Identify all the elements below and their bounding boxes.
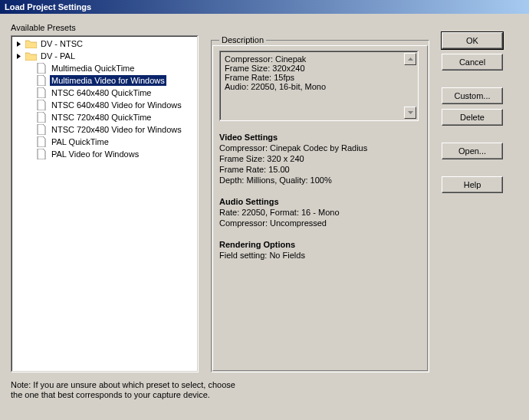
- tree-item[interactable]: PAL QuickTime: [12, 136, 198, 148]
- tree-item[interactable]: NTSC 720x480 QuickTime: [12, 111, 198, 123]
- help-button[interactable]: Help: [442, 176, 503, 193]
- detail-line: Frame Size: 320 x 240: [219, 153, 419, 164]
- detail-line: Depth: Millions, Quality: 100%: [219, 175, 419, 185]
- scroll-up-icon[interactable]: [404, 53, 416, 65]
- detail-line: Frame Rate: 15.00: [219, 164, 419, 175]
- window-title: Load Project Settings: [5, 2, 91, 11]
- expand-icon[interactable]: [15, 52, 23, 61]
- svg-marker-1: [17, 54, 21, 59]
- custom-button[interactable]: Custom...: [442, 87, 503, 104]
- scroll-down-icon[interactable]: [404, 107, 416, 119]
- tree-label: Multimedia Video for Windows: [50, 75, 166, 86]
- tree-item[interactable]: NTSC 640x480 QuickTime: [12, 87, 198, 99]
- detail-line: Rate: 22050, Format: 16 - Mono: [219, 207, 419, 218]
- tree-item[interactable]: PAL Video for Windows: [12, 148, 198, 160]
- preset-tree[interactable]: DV - NTSC DV - PAL Multimedia QuickTime: [11, 35, 199, 372]
- tree-item[interactable]: NTSC 640x480 Video for Windows: [12, 99, 198, 111]
- audio-settings-heading: Audio Settings: [219, 197, 279, 206]
- detail-line: Compressor: Cinepak Codec by Radius: [219, 143, 419, 153]
- file-icon: [35, 124, 48, 135]
- available-presets-label: Available Presets: [11, 23, 518, 32]
- note-line: the one that best corresponds to your ca…: [11, 390, 518, 400]
- file-icon: [35, 63, 48, 74]
- tree-label: PAL Video for Windows: [50, 149, 140, 159]
- summary-line: Frame Size: 320x240: [225, 64, 413, 73]
- summary-line: Frame Rate: 15fps: [225, 73, 413, 82]
- tree-label: NTSC 640x480 Video for Windows: [50, 100, 183, 110]
- tree-label: PAL QuickTime: [50, 136, 110, 147]
- tree-label: DV - NTSC: [39, 38, 84, 49]
- ok-button[interactable]: OK: [442, 32, 503, 49]
- tree-item[interactable]: Multimedia Video for Windows: [12, 74, 198, 87]
- detail-line: Field setting: No Fields: [219, 250, 419, 261]
- open-button[interactable]: Open...: [442, 143, 503, 159]
- titlebar: Load Project Settings: [0, 0, 529, 14]
- tree-label: NTSC 720x480 Video for Windows: [50, 124, 183, 135]
- scrollbar[interactable]: [404, 53, 416, 119]
- summary-line: Compressor: Cinepak: [225, 54, 413, 64]
- expand-icon[interactable]: [15, 40, 23, 48]
- detail-line: Compressor: Uncompressed: [219, 218, 419, 228]
- file-icon: [35, 100, 48, 110]
- summary-box: Compressor: Cinepak Frame Size: 320x240 …: [219, 51, 419, 121]
- svg-marker-2: [408, 57, 413, 61]
- file-icon: [35, 75, 48, 86]
- file-icon: [35, 136, 48, 147]
- note-line: Note: If you are unsure about which pres…: [11, 380, 518, 390]
- button-column: OK Cancel Custom... Delete Open... Help: [442, 32, 503, 193]
- cancel-button[interactable]: Cancel: [442, 54, 503, 71]
- video-settings-heading: Video Settings: [219, 133, 278, 142]
- tree-label: NTSC 720x480 QuickTime: [50, 112, 153, 123]
- note-text: Note: If you are unsure about which pres…: [11, 380, 518, 400]
- file-icon: [35, 87, 48, 98]
- file-icon: [35, 112, 48, 123]
- tree-label: Multimedia QuickTime: [50, 63, 136, 74]
- file-icon: [35, 149, 48, 159]
- details-text: Video Settings Compressor: Cinepak Codec…: [219, 132, 419, 261]
- folder-icon: [25, 51, 37, 61]
- summary-line: Audio: 22050, 16-bit, Mono: [225, 82, 413, 91]
- description-group: Description Compressor: Cinepak Frame Si…: [211, 35, 429, 372]
- delete-button[interactable]: Delete: [442, 109, 503, 126]
- rendering-options-heading: Rendering Options: [219, 240, 295, 249]
- tree-folder[interactable]: DV - PAL: [12, 50, 198, 62]
- tree-label: DV - PAL: [39, 51, 77, 61]
- tree-item[interactable]: Multimedia QuickTime: [12, 62, 198, 74]
- svg-marker-3: [408, 111, 413, 114]
- tree-folder[interactable]: DV - NTSC: [12, 38, 198, 50]
- description-legend: Description: [219, 35, 266, 44]
- folder-icon: [25, 38, 37, 49]
- tree-label: NTSC 640x480 QuickTime: [50, 87, 153, 98]
- tree-item[interactable]: NTSC 720x480 Video for Windows: [12, 123, 198, 136]
- svg-marker-0: [17, 41, 21, 47]
